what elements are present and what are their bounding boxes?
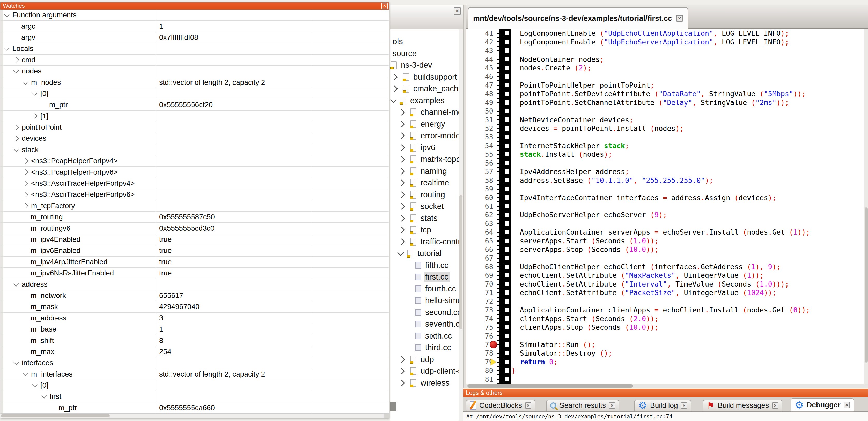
breakpoint-icon[interactable]	[490, 341, 497, 348]
chevron-right-icon[interactable]	[23, 192, 28, 197]
management-panel-header[interactable]: ✕	[390, 5, 463, 30]
watch-value[interactable]: 1	[159, 22, 163, 31]
code-line-54[interactable]: 54 InternetStackHelper stack;	[466, 141, 864, 150]
tree-item-tutorial[interactable]: tutorial	[398, 248, 443, 259]
code-line-58[interactable]: 58 address.SetBase ("10.1.1.0", "255.255…	[466, 176, 864, 184]
watch-row-argv[interactable]: argv0x7fffffffdf08	[0, 32, 389, 43]
code-line-59[interactable]: 59	[466, 185, 864, 193]
close-icon[interactable]: ✕	[381, 3, 388, 9]
tree-item-ns-3-dev[interactable]: ns-3-dev	[391, 60, 434, 71]
chevron-down-icon[interactable]	[13, 359, 19, 365]
tree-item-hello-simul[interactable]: hello-simul	[415, 295, 463, 306]
chevron-right-icon[interactable]	[398, 203, 405, 209]
tree-item-sixth-cc[interactable]: sixth.cc	[415, 330, 454, 342]
watch-row-m-ipv6enabled[interactable]: m_ipv6Enabledtrue	[0, 245, 389, 256]
chevron-right-icon[interactable]	[398, 356, 405, 362]
fold-margin[interactable]	[497, 228, 512, 236]
fold-margin[interactable]	[497, 314, 512, 323]
fold-margin[interactable]	[497, 141, 512, 150]
fold-margin[interactable]	[497, 280, 512, 288]
watch-row-m-ptr[interactable]: m_ptr0x55555556cf20	[0, 99, 389, 110]
chevron-down-icon[interactable]	[32, 90, 37, 96]
chevron-right-icon[interactable]	[13, 124, 19, 130]
watch-value[interactable]: true	[159, 235, 172, 244]
chevron-right-icon[interactable]	[23, 169, 28, 175]
fold-margin[interactable]	[497, 323, 512, 331]
logs-panel-title[interactable]: Logs & others	[463, 389, 868, 397]
code-line-50[interactable]: 50	[466, 107, 864, 115]
watch-row-cmd[interactable]: cmd	[0, 55, 389, 66]
code-line-80[interactable]: 80}	[466, 366, 864, 375]
tree-item-wireless[interactable]: wireless	[398, 378, 451, 388]
watch-row-m-routingv6[interactable]: m_routingv60x5555555cd3c0	[0, 223, 389, 234]
tree-item-error-model[interactable]: error-model	[398, 130, 463, 141]
tree-item-stats[interactable]: stats	[398, 213, 439, 224]
fold-margin[interactable]	[497, 297, 512, 306]
fold-margin[interactable]	[497, 358, 512, 366]
watch-row-m-mask[interactable]: m_mask4294967040	[0, 301, 389, 313]
code-line-57[interactable]: 57 Ipv4AddressHelper address;	[466, 167, 864, 176]
code-line-81[interactable]: 81	[466, 375, 864, 384]
tree-item-fifth-cc[interactable]: fifth.cc	[415, 260, 450, 271]
chevron-right-icon[interactable]	[398, 121, 405, 127]
watch-row-0[interactable]: [0]	[0, 380, 389, 391]
code-line-67[interactable]: 67	[466, 254, 864, 262]
tree-item-source[interactable]: source	[391, 48, 418, 59]
chevron-down-icon[interactable]	[23, 371, 28, 376]
watch-row-locals[interactable]: Locals	[0, 43, 389, 54]
fold-margin[interactable]	[497, 245, 512, 254]
tree-item-examples[interactable]: examples	[391, 95, 446, 106]
chevron-right-icon[interactable]	[32, 113, 37, 119]
fold-margin[interactable]	[497, 81, 512, 90]
watch-value[interactable]: 3	[159, 314, 163, 322]
chevron-right-icon[interactable]	[398, 191, 405, 198]
code-line-64[interactable]: 64 ApplicationContainer serverApps = ech…	[466, 228, 864, 236]
tab-build-messages[interactable]: ⚑Build messages✕	[703, 400, 782, 411]
watch-row-ns3-pcaphelperforipv6[interactable]: <ns3::PcapHelperForIpv6>	[0, 166, 389, 177]
watch-value[interactable]: true	[159, 269, 172, 277]
fold-margin[interactable]	[497, 37, 512, 46]
chevron-down-icon[interactable]	[13, 68, 19, 73]
chevron-down-icon[interactable]	[13, 147, 19, 152]
code-line-49[interactable]: 49 pointToPoint.SetChannelAttribute ("De…	[466, 98, 864, 107]
watch-value[interactable]: 4294967040	[159, 302, 199, 311]
fold-margin[interactable]	[497, 185, 512, 193]
code-line-55[interactable]: 55 stack.Install (nodes);	[466, 150, 864, 159]
watch-row-m-ipv4arpjitterenabled[interactable]: m_ipv4ArpJitterEnabledtrue	[0, 257, 389, 268]
watch-row-m-interfaces[interactable]: m_interfacesstd::vector of length 2, cap…	[0, 369, 389, 380]
watch-value[interactable]: true	[159, 258, 172, 266]
code-line-66[interactable]: 66 serverApps.Stop (Seconds (10.0));	[466, 245, 864, 254]
chevron-right-icon[interactable]	[398, 168, 405, 174]
chevron-down-icon[interactable]	[4, 12, 9, 17]
tab-code-blocks[interactable]: Code::Blocks✕	[466, 400, 535, 411]
panel-splitter[interactable]	[463, 5, 466, 388]
watch-value[interactable]: 1	[159, 325, 163, 333]
watch-row-m-routing[interactable]: m_routing0x555555587c50	[0, 212, 389, 223]
tree-item-udp[interactable]: udp	[398, 354, 436, 365]
close-icon[interactable]: ✕	[676, 15, 683, 22]
watch-value[interactable]: std::vector of length 2, capacity 2	[159, 78, 265, 87]
watch-value[interactable]: 0x7fffffffdf08	[159, 33, 198, 42]
fold-margin[interactable]	[497, 64, 512, 72]
fold-margin[interactable]	[497, 107, 512, 115]
tree-horizontal-scrollbar-thumb[interactable]	[390, 401, 396, 412]
chevron-down-icon[interactable]	[397, 249, 404, 256]
code-line-56[interactable]: 56	[466, 159, 864, 167]
watch-value[interactable]: 0x5555555ca660	[159, 404, 215, 412]
tree-item-udp-client-ser[interactable]: udp-client-ser	[398, 366, 463, 377]
code-line-52[interactable]: 52 devices = pointToPoint.Install (nodes…	[466, 124, 864, 133]
chevron-down-icon[interactable]	[32, 382, 37, 387]
watch-row-address[interactable]: address	[0, 279, 389, 290]
watch-row-m-ipv6nsrsjitterenabled[interactable]: m_ipv6NsRsJitterEnabledtrue	[0, 268, 389, 279]
tree-item-first-cc[interactable]: first.cc	[415, 271, 450, 282]
chevron-right-icon[interactable]	[398, 109, 405, 115]
code-line-41[interactable]: 41 LogComponentEnable ("UdpEchoClientApp…	[466, 29, 864, 37]
watch-value[interactable]: 254	[159, 348, 171, 356]
fold-margin[interactable]	[497, 237, 512, 245]
code-line-47[interactable]: 47 PointToPointHelper pointToPoint;	[466, 81, 864, 90]
tree-item-realtime[interactable]: realtime	[398, 177, 451, 188]
chevron-right-icon[interactable]	[398, 380, 405, 386]
fold-margin[interactable]	[497, 150, 512, 159]
scrollbar-thumb[interactable]	[467, 384, 633, 388]
tree-item-matrix-topolo[interactable]: matrix-topolo	[398, 154, 463, 165]
